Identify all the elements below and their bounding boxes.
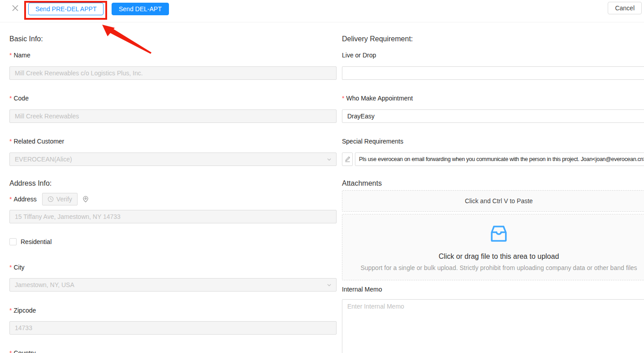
required-marker: * bbox=[9, 196, 12, 203]
required-marker: * bbox=[9, 138, 12, 145]
live-or-drop-input[interactable] bbox=[342, 66, 644, 80]
internal-memo-textarea[interactable] bbox=[342, 299, 644, 353]
send-del-apt-button[interactable]: Send DEL-APT bbox=[112, 3, 169, 15]
basic-info-title: Basic Info: bbox=[9, 35, 337, 43]
special-requirements-label: Special Requirements bbox=[342, 138, 644, 145]
inbox-upload-icon bbox=[488, 223, 510, 244]
address-label: * Address bbox=[9, 196, 37, 203]
related-customer-value bbox=[9, 153, 337, 166]
upload-dropzone[interactable]: Click or drag file to this area to uploa… bbox=[342, 214, 644, 280]
city-label: * City bbox=[9, 264, 337, 271]
residential-label: Residential bbox=[21, 238, 52, 245]
related-customer-label: * Related Customer bbox=[9, 138, 337, 145]
upload-title: Click or drag file to this area to uploa… bbox=[439, 253, 559, 261]
location-pin-icon[interactable] bbox=[82, 196, 89, 203]
verify-button[interactable]: Verify bbox=[42, 193, 78, 205]
address-input[interactable] bbox=[9, 210, 337, 223]
special-requirements-input[interactable] bbox=[355, 153, 644, 166]
zipcode-input[interactable] bbox=[9, 321, 337, 335]
send-pre-del-appt-button[interactable]: Send PRE-DEL APPT bbox=[28, 3, 104, 15]
code-label: * Code bbox=[9, 95, 337, 102]
required-marker: * bbox=[9, 52, 12, 59]
required-marker: * bbox=[9, 349, 12, 353]
address-label-row: * Address Verify bbox=[9, 193, 337, 205]
upload-hint: Support for a single or bulk upload. Str… bbox=[360, 264, 637, 271]
paste-area[interactable]: Click and Ctrl V to Paste bbox=[342, 190, 644, 212]
zipcode-label: * Zipcode bbox=[9, 307, 337, 314]
delivery-column: Delivery Requirement: Live or Drop * Who… bbox=[342, 22, 644, 353]
required-marker: * bbox=[9, 307, 12, 314]
who-make-appointment-label: * Who Make Appointment bbox=[342, 95, 644, 102]
basic-address-column: Basic Info: * Name * Code * Related Cust… bbox=[9, 22, 337, 353]
city-select[interactable] bbox=[9, 278, 337, 292]
code-input[interactable] bbox=[9, 109, 337, 123]
close-icon[interactable] bbox=[11, 4, 20, 13]
who-make-appointment-input[interactable] bbox=[342, 109, 644, 123]
address-info-title: Address Info: bbox=[9, 179, 337, 187]
clock-icon bbox=[48, 196, 54, 202]
edit-pencil-icon[interactable] bbox=[342, 153, 353, 166]
city-value bbox=[9, 278, 337, 292]
internal-memo-label: Internal Memo bbox=[342, 286, 644, 293]
country-label: * Country bbox=[9, 349, 337, 353]
residential-checkbox[interactable] bbox=[9, 238, 17, 245]
live-or-drop-label: Live or Drop bbox=[342, 52, 644, 59]
required-marker: * bbox=[342, 95, 344, 102]
paste-hint: Click and Ctrl V to Paste bbox=[465, 197, 533, 205]
required-marker: * bbox=[9, 264, 12, 271]
cancel-button[interactable]: Cancel bbox=[608, 2, 642, 14]
name-input[interactable] bbox=[9, 66, 337, 80]
dialog-header: Send PRE-DEL APPT Send DEL-APT Cancel bbox=[0, 0, 644, 22]
delivery-requirement-title: Delivery Requirement: bbox=[342, 35, 644, 43]
required-marker: * bbox=[9, 95, 12, 102]
residential-checkbox-row[interactable]: Residential bbox=[9, 238, 337, 245]
name-label: * Name bbox=[9, 52, 337, 59]
special-requirements-row bbox=[342, 153, 644, 166]
attachments-title: Attachments bbox=[342, 179, 644, 187]
related-customer-select[interactable] bbox=[9, 153, 337, 166]
